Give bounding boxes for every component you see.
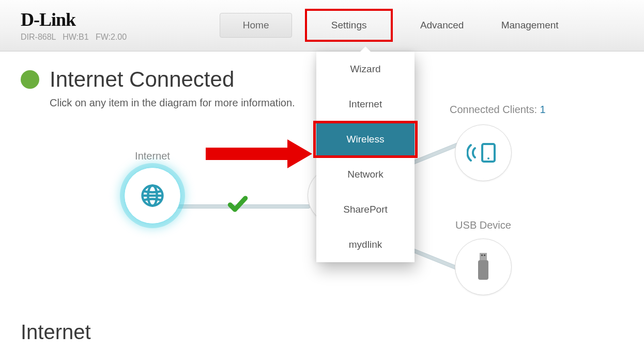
dropdown-item-shareport[interactable]: SharePort xyxy=(316,192,415,227)
settings-dropdown: Wizard Internet Wireless Network SharePo… xyxy=(316,52,415,262)
node-clients[interactable] xyxy=(455,124,512,181)
clients-text: Connected Clients: xyxy=(450,104,537,115)
globe-icon xyxy=(139,182,166,209)
main-nav: Home Settings Advanced Management xyxy=(220,0,566,51)
node-internet[interactable]: Internet xyxy=(124,150,181,224)
internet-circle xyxy=(124,167,181,224)
nav-advanced[interactable]: Advanced xyxy=(406,13,478,38)
dropdown-item-mydlink[interactable]: mydlink xyxy=(316,227,415,262)
svg-rect-13 xyxy=(478,260,488,280)
clients-count: 1 xyxy=(540,104,546,115)
dropdown-item-wizard[interactable]: Wizard xyxy=(316,52,415,87)
status-dot-icon xyxy=(21,70,39,89)
clients-circle xyxy=(455,124,512,181)
nav-management[interactable]: Management xyxy=(494,13,566,38)
svg-point-9 xyxy=(487,157,489,159)
model-label: DIR-868L xyxy=(21,33,56,41)
fw-label: FW:2.00 xyxy=(96,33,127,41)
svg-rect-10 xyxy=(480,253,487,260)
top-bar: D-Link DIR-868L HW:B1 FW:2.00 Home Setti… xyxy=(0,0,644,52)
wifi-device-icon xyxy=(467,140,500,166)
check-icon xyxy=(226,193,249,220)
usb-icon xyxy=(476,252,491,282)
node-usb-label: USB Device xyxy=(455,219,511,231)
section-internet-heading: Internet xyxy=(21,321,623,344)
dropdown-item-wireless-label: Wireless xyxy=(347,134,385,145)
status-title: Internet Connected xyxy=(50,67,234,92)
device-info: DIR-868L HW:B1 FW:2.00 xyxy=(21,33,127,42)
svg-rect-12 xyxy=(484,254,485,256)
brand-logo: D-Link xyxy=(21,9,127,30)
nav-settings-label: Settings xyxy=(331,20,367,31)
nav-home[interactable]: Home xyxy=(220,13,292,38)
node-internet-label: Internet xyxy=(135,150,170,162)
dropdown-item-wireless[interactable]: Wireless xyxy=(316,122,415,157)
node-usb[interactable]: USB Device xyxy=(455,219,512,295)
svg-rect-11 xyxy=(481,254,483,256)
hw-label: HW:B1 xyxy=(63,33,88,41)
dropdown-item-network[interactable]: Network xyxy=(316,157,415,192)
dropdown-item-internet[interactable]: Internet xyxy=(316,87,415,122)
connected-clients-label: Connected Clients: 1 xyxy=(450,104,546,116)
logo-block: D-Link DIR-868L HW:B1 FW:2.00 xyxy=(21,9,127,42)
usb-circle xyxy=(455,238,512,295)
nav-settings[interactable]: Settings xyxy=(313,13,385,38)
